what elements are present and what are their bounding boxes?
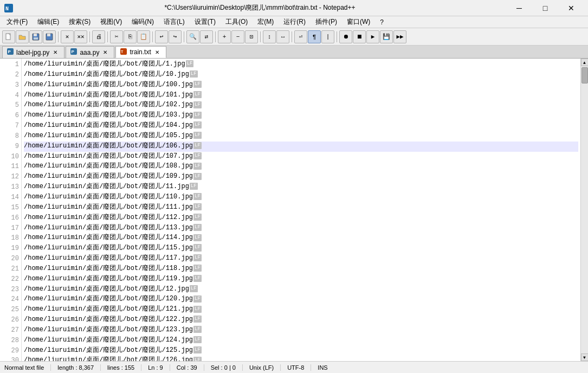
line-number: 25	[0, 305, 19, 315]
save-button[interactable]	[29, 30, 42, 43]
line-number: 20	[0, 254, 19, 264]
find-button[interactable]: 🔍	[186, 30, 199, 43]
code-line: /home/liuruimin/桌面/廢团儿/bot/廢团儿/125.jpgLF	[24, 346, 578, 356]
code-line: /home/liuruimin/桌面/廢团儿/bot/廢团儿/108.jpgLF	[24, 162, 578, 172]
lf-marker: LF	[193, 244, 202, 251]
undo-button[interactable]: ↩	[155, 30, 168, 43]
app-icon: N	[4, 4, 13, 12]
line-number: 29	[0, 346, 19, 356]
macro-run-multiple[interactable]: ▶▶	[393, 30, 406, 43]
svg-text:P: P	[72, 49, 75, 54]
status-encoding[interactable]: UTF-8	[281, 364, 311, 371]
lf-marker: LF	[193, 357, 202, 361]
all-chars-button[interactable]: ¶	[308, 30, 321, 43]
line-number: 4	[0, 91, 19, 101]
line-number: 10	[0, 152, 19, 162]
line-number: 12	[0, 172, 19, 182]
lf-marker: LF	[193, 234, 202, 241]
macro-play-button[interactable]: ▶	[366, 30, 379, 43]
title-bar: N *C:\Users\liuruimin\Desktop\廃团儿\mmm\bo…	[0, 0, 588, 16]
minimize-button[interactable]: ─	[507, 1, 532, 16]
lf-marker: LF	[193, 101, 202, 108]
menu-item-l[interactable]: 语言(L)	[159, 16, 189, 28]
menu-item-t[interactable]: 设置(T)	[190, 16, 220, 28]
code-line: /home/liuruimin/桌面/廢团儿/bot/廢团儿/101.jpgLF	[24, 91, 578, 101]
scroll-thumb[interactable]	[581, 67, 588, 83]
code-line: /home/liuruimin/桌面/廢团儿/bot/廢团儿/123.jpgLF	[24, 325, 578, 336]
code-line: /home/liuruimin/桌面/廢团儿/bot/廢团儿/126.jpgLF	[24, 356, 578, 361]
close-button-tb[interactable]: ✕	[61, 30, 74, 43]
menu-item-s[interactable]: 搜索(S)	[64, 16, 95, 28]
code-line: /home/liuruimin/桌面/廢团儿/bot/廢团儿/104.jpgLF	[24, 121, 578, 131]
tab-close-button[interactable]: ✕	[52, 49, 59, 55]
print-button[interactable]: 🖨	[92, 30, 105, 43]
scroll-up-arrow[interactable]: ▲	[581, 59, 589, 66]
lf-marker: LF	[190, 70, 198, 78]
menu-item-m[interactable]: 宏(M)	[253, 16, 278, 28]
lf-marker: LF	[193, 142, 202, 149]
cut-button[interactable]: ✂	[110, 30, 123, 43]
menu-item-w[interactable]: 窗口(W)	[343, 16, 374, 28]
code-line: /home/liuruimin/桌面/廢团儿/bot/廢团儿/117.jpgLF	[24, 254, 578, 264]
new-file-button[interactable]	[2, 30, 15, 43]
lf-marker: LF	[193, 326, 202, 333]
code-line: /home/liuruimin/桌面/廢团儿/bot/廢团儿/113.jpgLF	[24, 223, 578, 234]
menu-item-n[interactable]: 编码(N)	[127, 16, 158, 28]
menu-item-r[interactable]: 运行(R)	[279, 16, 310, 28]
line-number: 18	[0, 233, 19, 243]
indent-guide-button[interactable]: |	[321, 30, 334, 43]
line-numbers: 1234567891011121314151617181920212223242…	[0, 59, 22, 361]
code-line: /home/liuruimin/桌面/廢团儿/bot/廢团儿/107.jpgLF	[24, 152, 578, 162]
status-ins-mode[interactable]: INS	[311, 364, 334, 371]
tab-aaa-py[interactable]: Paaa.py✕	[66, 46, 114, 58]
line-number: 14	[0, 192, 19, 203]
zoom-in-button[interactable]: +	[218, 30, 231, 43]
status-line-ending[interactable]: Unix (LF)	[243, 364, 281, 371]
tabs-bar: Plabel-jpg.py✕Paaa.py✕Ttrain.txt✕	[0, 46, 588, 59]
lf-marker: LF	[193, 121, 202, 128]
macro-rec-button[interactable]: ⏺	[339, 30, 352, 43]
toolbar-sep-1	[58, 31, 59, 42]
maximize-button[interactable]: □	[533, 1, 558, 16]
window-controls: ─ □ ✕	[507, 1, 584, 16]
macro-save-button[interactable]: 💾	[380, 30, 393, 43]
tab-close-button[interactable]: ✕	[102, 49, 108, 55]
lf-marker: LF	[193, 91, 202, 98]
lf-marker: LF	[193, 265, 202, 272]
menu-item-e[interactable]: 编辑(E)	[33, 16, 63, 28]
copy-button[interactable]: ⎘	[124, 30, 137, 43]
line-number: 22	[0, 274, 19, 285]
save-all-button[interactable]	[43, 30, 56, 43]
scroll-down-arrow[interactable]: ▼	[581, 353, 589, 361]
toolbar-sep-9	[337, 31, 337, 42]
macro-stop-button[interactable]: ⏹	[353, 30, 366, 43]
menu-item-o[interactable]: 工具(O)	[221, 16, 252, 28]
paste-button[interactable]: 📋	[137, 30, 150, 43]
menu-item-f[interactable]: 文件(F)	[2, 16, 32, 28]
sync-scroll-v[interactable]: ↕	[263, 30, 276, 43]
sync-scroll-h[interactable]: ↔	[276, 30, 289, 43]
editor-area: 1234567891011121314151617181920212223242…	[0, 59, 588, 361]
tab-close-button[interactable]: ✕	[154, 49, 160, 55]
close-all-button[interactable]: ✕✕	[74, 30, 87, 43]
line-number: 13	[0, 182, 19, 192]
zoom-out-button[interactable]: −	[231, 30, 244, 43]
open-file-button[interactable]	[16, 30, 29, 43]
code-line: /home/liuruimin/桌面/廢团儿/bot/廢团儿/121.jpgLF	[24, 305, 578, 315]
menu-item-[interactable]: ?	[376, 17, 388, 27]
menu-item-v[interactable]: 视图(V)	[96, 16, 126, 28]
restore-zoom-button[interactable]: ⊡	[245, 30, 258, 43]
line-number: 1	[0, 60, 19, 70]
toolbar-sep-3	[107, 31, 108, 42]
menu-item-p[interactable]: 插件(P)	[311, 16, 341, 28]
vertical-scrollbar[interactable]: ▲ ▼	[580, 59, 588, 361]
status-file-type: Normal text file	[4, 364, 51, 371]
tab-train-txt[interactable]: Ttrain.txt✕	[115, 46, 166, 58]
code-content[interactable]: /home/liuruimin/桌面/廢团儿/bot/廢团儿/1.jpgLF/h…	[22, 59, 580, 361]
redo-button[interactable]: ↪	[169, 30, 182, 43]
close-button[interactable]: ✕	[559, 1, 584, 16]
tab-label-jpg-py[interactable]: Plabel-jpg.py✕	[2, 46, 64, 58]
find-replace-button[interactable]: ⇄	[200, 30, 213, 43]
tab-label: train.txt	[130, 48, 151, 56]
word-wrap-button[interactable]: ⏎	[294, 30, 307, 43]
